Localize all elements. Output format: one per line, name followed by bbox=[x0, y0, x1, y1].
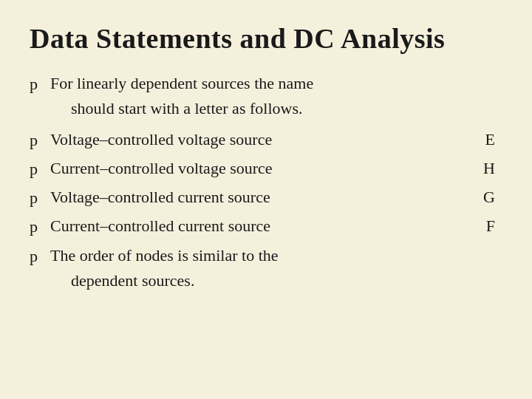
bullet-marker-2: p bbox=[30, 185, 50, 211]
item-code-0: E bbox=[473, 127, 502, 152]
bullet-item-2: p Voltage–controlled current source G bbox=[30, 185, 502, 211]
bullet-item-3: p Current–controlled current source F bbox=[30, 214, 502, 239]
bullet-marker-0: p bbox=[30, 128, 50, 153]
bullet-text-last: The order of nodes is similar to the dep… bbox=[50, 243, 502, 296]
bullet-text-intro: For linearly dependent sources the name … bbox=[50, 71, 502, 124]
item-label-0: Voltage–controlled voltage source bbox=[50, 127, 473, 152]
intro-line2: should start with a letter as follows. bbox=[71, 96, 502, 121]
item-code-3: F bbox=[473, 214, 502, 239]
item-label-2: Voltage–controlled current source bbox=[50, 185, 473, 210]
bullet-marker-1: p bbox=[30, 157, 50, 182]
bullet-last: p The order of nodes is similar to the d… bbox=[30, 243, 502, 296]
content-area: p For linearly dependent sources the nam… bbox=[30, 71, 502, 296]
bullet-marker-last: p bbox=[30, 244, 50, 269]
bullet-text-0: Voltage–controlled voltage source E bbox=[50, 127, 502, 152]
bullet-marker-3: p bbox=[30, 214, 50, 239]
bullet-text-2: Voltage–controlled current source G bbox=[50, 185, 502, 210]
last-line2: dependent sources. bbox=[71, 268, 502, 293]
last-line1: The order of nodes is similar to the bbox=[50, 243, 502, 268]
bullet-text-3: Current–controlled current source F bbox=[50, 214, 502, 239]
item-code-1: H bbox=[473, 156, 502, 181]
bullet-item-0: p Voltage–controlled voltage source E bbox=[30, 127, 502, 153]
slide-title: Data Statements and DC Analysis bbox=[30, 22, 502, 55]
item-label-3: Current–controlled current source bbox=[50, 214, 473, 239]
bullet-marker-intro: p bbox=[30, 72, 50, 97]
bullet-intro: p For linearly dependent sources the nam… bbox=[30, 71, 502, 124]
intro-line1: For linearly dependent sources the name bbox=[50, 71, 502, 96]
item-code-2: G bbox=[473, 185, 502, 210]
bullet-item-1: p Current–controlled voltage source H bbox=[30, 156, 502, 182]
slide: Data Statements and DC Analysis p For li… bbox=[0, 0, 532, 399]
item-label-1: Current–controlled voltage source bbox=[50, 156, 473, 181]
bullet-text-1: Current–controlled voltage source H bbox=[50, 156, 502, 181]
